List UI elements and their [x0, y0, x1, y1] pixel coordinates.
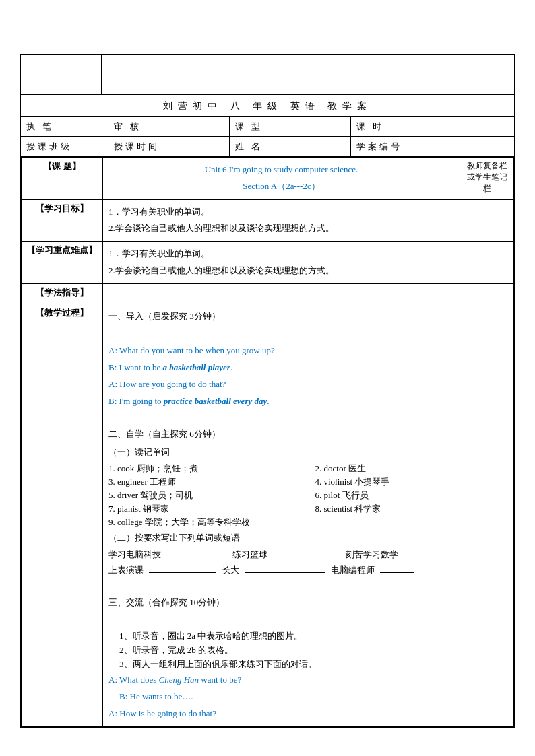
v6-num: 6. [315, 490, 324, 500]
fill-blank-6 [380, 563, 414, 573]
learning-method-row: 【学法指导】 [22, 283, 514, 304]
d-b2-before: I'm going to [119, 396, 164, 406]
v3-meaning: 工程师 [148, 477, 176, 487]
d-b1-before: I want to be [119, 362, 163, 372]
school-title: 刘营初中 八 年级 英语 教学案 [21, 95, 514, 116]
dialogue-A2: A: How are you going to do that? [108, 378, 508, 392]
vocab-8: 8. scientist 科学家 [315, 503, 509, 515]
shouketime-cell: 授课时间 [108, 137, 230, 156]
section3-item-3: 3、两人一组利用上面的俱乐部来练习下面的对话。 [119, 658, 508, 671]
d-a2-text: How are you going to do that? [119, 379, 226, 389]
subject-title-1: Unit 6 I'm going to study computer scien… [108, 163, 454, 177]
main-table: 【课 题】 Unit 6 I'm going to study computer… [21, 157, 514, 727]
method-label-cell: 【学法指导】 [22, 283, 103, 304]
section2-sub2: （二）按要求写出下列单词或短语 [108, 531, 508, 545]
fill-label-3: 刻苦学习数学 [346, 549, 398, 561]
zhibi-label: 执 笔 [26, 121, 54, 133]
blank-right [102, 55, 514, 94]
v7-word: pianist [117, 504, 141, 514]
shouketime-label: 授课时间 [114, 141, 160, 153]
s3-item3-text: 3、两人一组利用上面的俱乐部来练习下面的对话。 [119, 659, 317, 669]
xingming-cell: 姓 名 [230, 137, 351, 156]
ketype-label: 课 型 [235, 121, 263, 133]
subject-label-cell: 【课 题】 [22, 158, 103, 200]
learning-goals-row: 【学习目标】 1．学习有关职业的单词。 2.学会谈论自己或他人的理想和以及谈论实… [22, 199, 514, 242]
v1-num: 1. [108, 463, 117, 473]
vocab-9: 9. college 学院；大学；高等专科学校 [108, 516, 508, 528]
section3-heading: 三、交流（合作探究 10分钟） [108, 596, 508, 610]
key-content-cell: 1．学习有关职业的单词。 2.学会谈论自己或他人的理想和以及谈论实现理想的方式。 [103, 242, 514, 284]
v2-meaning: 医生 [346, 463, 366, 473]
shenhe-cell: 审 核 [108, 117, 230, 136]
keshi-label: 课 时 [356, 121, 384, 133]
v4-num: 4. [315, 477, 324, 487]
s3-b1-role: B: [119, 691, 130, 701]
fill-row-1: 学习电脑科技 练习篮球 刻苦学习数学 [108, 548, 508, 561]
vocab-4: 4. violinist 小提琴手 [315, 476, 509, 488]
key-label: 【学习重点难点】 [27, 245, 97, 255]
method-content-cell [103, 283, 514, 304]
v4-word: violinist [324, 477, 353, 487]
document-wrapper: 刘营初中 八 年级 英语 教学案 执 笔 审 核 课 型 课 时 授课班级 授课… [20, 54, 515, 728]
keshi-cell: 课 时 [351, 117, 514, 136]
process-content-cell: 一、导入（启发探究 3分钟） A: What do you want to be… [103, 304, 514, 726]
s3-a1-role: A: What does [108, 675, 159, 685]
s3-b1-text: He wants to be…. [130, 691, 193, 701]
teacher-note-text: 教师复备栏或学生笔记栏 [467, 161, 507, 193]
v2-num: 2. [315, 463, 324, 473]
d-b2-italic: practice basketball every day [164, 396, 267, 406]
process-label-cell: 【教学过程】 [22, 304, 103, 726]
key-label-cell: 【学习重点难点】 [22, 242, 103, 284]
fill-label-6: 电脑编程师 [331, 564, 375, 576]
v1-word: cook [117, 463, 134, 473]
fill-blank-5 [245, 563, 325, 573]
subject-title-2: Section A（2a---2c） [108, 180, 454, 194]
v8-num: 8. [315, 504, 324, 514]
zhibi-cell: 执 笔 [21, 117, 108, 136]
v3-word: engineer [117, 477, 148, 487]
goal-1: 1．学习有关职业的单词。 [108, 205, 508, 219]
v2-word: doctor [324, 463, 346, 473]
s3-a1-italic: Cheng Han [159, 675, 199, 685]
vocab-1: 1. cook 厨师；烹饪；煮 [108, 462, 302, 475]
learning-key-row: 【学习重点难点】 1．学习有关职业的单词。 2.学会谈论自己或他人的理想和以及谈… [22, 242, 514, 284]
v8-word: scientist [324, 504, 353, 514]
v9-num: 9. [108, 517, 117, 527]
key-1: 1．学习有关职业的单词。 [108, 247, 508, 261]
v9-word: college [117, 517, 143, 527]
banji-cell: 授课班级 [21, 137, 108, 156]
d-b1-after: . [230, 362, 232, 372]
process-label: 【教学过程】 [36, 308, 88, 318]
teacher-note-cell: 教师复备栏或学生笔记栏 [460, 158, 514, 200]
d-a2-role: A: [108, 379, 119, 389]
d-a1-role: A: [108, 345, 119, 355]
blank-line-3 [108, 579, 508, 593]
section3-list: 1、听录音，圈出 2a 中表示哈哈的理想的图片。 2、听录音，完成 2b 的表格… [119, 630, 508, 671]
s3-dialogue-A2: A: How is he going to do that? [108, 707, 508, 721]
goals-label-cell: 【学习目标】 [22, 199, 103, 242]
v6-meaning: 飞行员 [340, 490, 368, 500]
d-b2-after: . [267, 396, 269, 406]
v7-meaning: 钢琴家 [141, 504, 169, 514]
shenhe-label: 审 核 [114, 121, 141, 133]
vocab-7: 7. pianist 钢琴家 [108, 503, 302, 515]
blank-left [21, 55, 102, 94]
fill-label-2: 练习篮球 [232, 549, 268, 561]
teaching-process-row: 【教学过程】 一、导入（启发探究 3分钟） A: What do you wan… [22, 304, 514, 726]
vocab-3: 3. engineer 工程师 [108, 476, 302, 488]
key-2: 2.学会谈论自己或他人的理想和以及谈论实现理想的方式。 [108, 264, 508, 278]
goal-2: 2.学会谈论自己或他人的理想和以及谈论实现理想的方式。 [108, 221, 508, 236]
blank-line-4 [108, 613, 508, 627]
s3-item2-text: 2、听录音，完成 2b 的表格。 [119, 645, 233, 655]
v5-word: driver [117, 490, 138, 500]
xuean-cell: 学案编号 [351, 137, 514, 156]
d-b1-role: B: [108, 362, 119, 372]
s3-dialogue-A1: A: What does Cheng Han want to be? [108, 673, 508, 687]
section3-item-1: 1、听录音，圈出 2a 中表示哈哈的理想的图片。 [119, 630, 508, 642]
subject-row: 【课 题】 Unit 6 I'm going to study computer… [22, 158, 514, 200]
v5-meaning: 驾驶员；司机 [138, 490, 193, 500]
s3-a1-after: want to be? [199, 675, 241, 685]
fill-blank-2 [273, 548, 340, 557]
goals-content-cell: 1．学习有关职业的单词。 2.学会谈论自己或他人的理想和以及谈论实现理想的方式。 [103, 199, 514, 242]
d-a1-text: What do you want to be when you grow up? [119, 345, 275, 355]
